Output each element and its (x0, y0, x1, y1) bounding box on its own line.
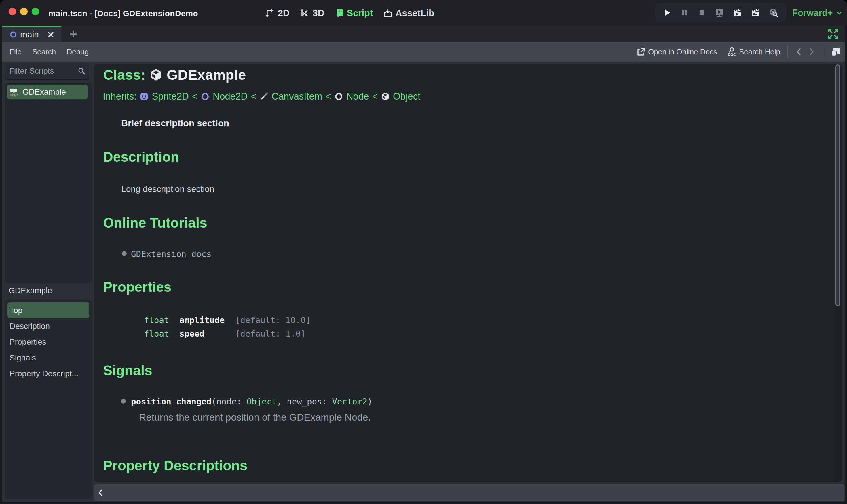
member-item-property-descriptions[interactable]: Property Descript... (7, 366, 89, 381)
section-online-tutorials: Online Tutorials (103, 215, 207, 231)
play-custom-scene-button[interactable] (750, 8, 760, 18)
sprite2d-icon (140, 92, 149, 101)
property-name-link[interactable]: amplitude (179, 315, 225, 325)
scene-tab-bar: main (2, 26, 845, 42)
workspace-3d-label: 3D (313, 8, 325, 18)
signal-signature: position_changed(node: Object, new_pos: … (131, 397, 372, 407)
inherits-separator: < (251, 91, 256, 102)
history-forward-button[interactable] (807, 47, 816, 57)
workspace-3d-button[interactable]: 3D (300, 8, 325, 18)
separator (823, 46, 824, 58)
scripts-list: DOC GDExample (5, 83, 92, 283)
workspace-2d-label: 2D (278, 8, 290, 18)
section-description: Description (103, 149, 179, 165)
node2d-icon (201, 92, 210, 101)
tutorial-link[interactable]: GDExtension docs (131, 249, 211, 259)
property-type: float (144, 315, 169, 325)
member-item-description[interactable]: Description (7, 318, 89, 334)
distraction-free-mode-button[interactable] (826, 26, 841, 41)
class-title-row: Class: GDExample (103, 66, 246, 84)
inherits-link[interactable]: Sprite2D (152, 91, 189, 102)
play-scene-button[interactable] (714, 8, 724, 18)
inherits-link[interactable]: CanvasItem (272, 91, 322, 102)
node-icon (334, 92, 343, 101)
inherits-row: Inherits: Sprite2D < Node2D (103, 91, 420, 102)
workspace-assetlib-button[interactable]: AssetLib (383, 8, 434, 18)
history-back-button[interactable] (795, 47, 803, 57)
window-minimize-button[interactable] (20, 8, 28, 15)
svg-text:DOC: DOC (10, 93, 18, 97)
open-online-docs-button[interactable]: Open in Online Docs (636, 48, 717, 56)
workspace-switcher: 2D 3D (265, 0, 434, 26)
add-scene-tab-button[interactable] (66, 26, 80, 42)
property-default: [default: 10.0] (235, 315, 311, 325)
renderer-selector[interactable]: Forward+ (792, 0, 843, 26)
menu-search[interactable]: Search (32, 48, 56, 56)
movie-maker-mode-button[interactable] (768, 7, 779, 18)
signal-punct: , new_pos: (277, 397, 332, 407)
signal-description: Returns the current position of the GDEx… (139, 412, 371, 423)
menu-file[interactable]: File (10, 48, 22, 56)
doc-search-icon: DOC (727, 47, 736, 57)
inherits-link[interactable]: Node (346, 91, 369, 102)
toggle-scripts-panel-button[interactable] (95, 484, 106, 501)
scrollbar-track[interactable] (834, 64, 842, 482)
members-list: Top Description Properties Signals Prope… (5, 300, 92, 499)
inherits-separator: < (372, 91, 378, 102)
filter-scripts-input[interactable] (5, 67, 77, 76)
open-online-docs-label: Open in Online Docs (648, 48, 717, 56)
window-close-button[interactable] (8, 8, 16, 15)
menu-items: File Search Debug (2, 48, 89, 56)
member-item-label: Property Descript... (10, 369, 79, 378)
play-button[interactable] (662, 8, 672, 17)
member-item-label: Signals (10, 353, 36, 362)
workspace-2d-button[interactable]: 2D (265, 8, 290, 18)
bullet (122, 251, 127, 256)
pause-button[interactable] (680, 8, 689, 17)
inherits-separator: < (192, 91, 197, 102)
inherits-node2d: Node2D (201, 91, 247, 102)
script-editor-menubar: File Search Debug Open in Online Docs (2, 42, 845, 61)
property-name-link[interactable]: speed (179, 329, 204, 339)
bullet (121, 399, 126, 403)
script-icon (334, 8, 344, 18)
section-properties: Properties (103, 279, 171, 295)
script-editor-statusbar (94, 484, 845, 501)
inherits-sprite2d: Sprite2D (140, 91, 189, 102)
make-floating-button[interactable] (830, 46, 841, 57)
property-default: [default: 1.0] (235, 329, 306, 339)
member-item-signals[interactable]: Signals (7, 350, 89, 366)
workspace-script-button[interactable]: Script (334, 8, 373, 18)
canvasitem-icon (259, 92, 268, 101)
workspace-assetlib-label: AssetLib (396, 8, 434, 18)
signal-punct: (node: (211, 397, 246, 407)
doc-icon: DOC (9, 87, 19, 97)
2d-icon (265, 8, 275, 18)
window-maximize-button[interactable] (32, 8, 39, 15)
member-item-label: Description (10, 322, 50, 331)
search-help-button[interactable]: DOC Search Help (727, 47, 780, 57)
stop-button[interactable] (697, 8, 707, 17)
scene-tab-main[interactable]: main (2, 26, 61, 42)
signal-arg-type: Vector2 (332, 397, 367, 407)
inherits-link[interactable]: Node2D (213, 91, 247, 102)
scrollbar-thumb[interactable] (835, 65, 840, 306)
close-tab-icon[interactable] (47, 31, 54, 38)
script-item-gdexample[interactable]: DOC GDExample (7, 85, 88, 99)
outline-class-title: GDExample (8, 286, 52, 295)
member-item-properties[interactable]: Properties (7, 334, 89, 350)
play-movie-button[interactable] (732, 8, 742, 18)
signal-punct: ) (367, 397, 372, 407)
godot-editor-window: main.tscn - [Docs] GDExtensionDemo 2D (0, 0, 847, 504)
inherits-object: Object (381, 91, 420, 102)
inherits-label: Inherits: (103, 91, 136, 102)
member-item-top[interactable]: Top (7, 302, 89, 318)
menu-actions: Open in Online Docs DOC Search Help (636, 46, 845, 58)
object-cube-icon (150, 68, 163, 82)
filter-scripts-box (5, 63, 89, 80)
menu-debug[interactable]: Debug (67, 48, 89, 56)
member-item-label: Top (10, 306, 22, 315)
inherits-link[interactable]: Object (393, 91, 420, 102)
object-icon (381, 92, 390, 101)
workspace-script-label: Script (347, 8, 373, 18)
